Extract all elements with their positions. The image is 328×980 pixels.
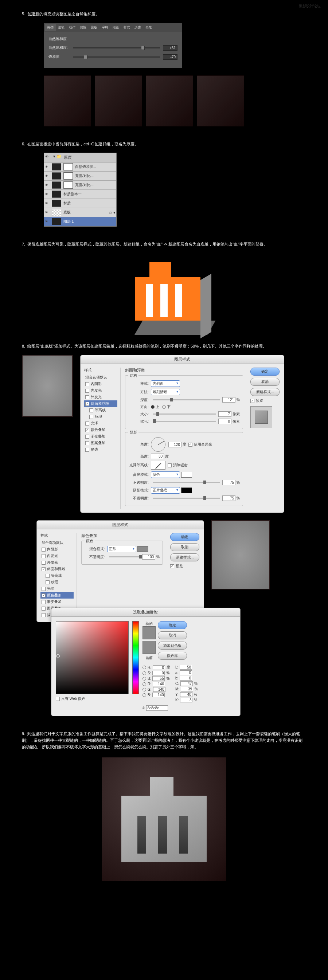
eye-icon[interactable] (45, 192, 51, 197)
l-input[interactable]: 58 (180, 665, 192, 670)
tab-adjust[interactable]: 调整 (45, 24, 56, 31)
tab-6[interactable]: 段落 (110, 24, 121, 31)
checkbox[interactable] (85, 422, 89, 426)
style-select[interactable]: 内斜面▾ (151, 380, 180, 387)
radio-down[interactable] (162, 405, 166, 409)
style-item[interactable]: 等高线 (84, 407, 117, 414)
overlay-color-swatch[interactable] (137, 546, 148, 552)
shadow-opacity-slider[interactable] (153, 498, 220, 499)
checkbox[interactable] (41, 547, 46, 552)
radio-g[interactable] (142, 688, 146, 692)
radio-up[interactable] (151, 405, 154, 409)
radio-h[interactable] (142, 666, 146, 669)
lab-b-input[interactable]: 0 (180, 676, 192, 681)
tab-2[interactable]: 动作 (67, 24, 78, 31)
checkbox[interactable] (85, 441, 89, 445)
style-item[interactable]: 内发光 (84, 387, 117, 394)
eye-icon[interactable] (45, 219, 51, 224)
layer-row[interactable]: 材质副本一 (44, 190, 116, 199)
size-value[interactable]: 7 (218, 411, 231, 417)
vibrance-value[interactable]: +61 (163, 45, 177, 51)
checkbox[interactable] (85, 382, 89, 386)
eye-icon[interactable] (45, 210, 51, 215)
style-item[interactable]: 颜色叠加 (84, 426, 117, 433)
checkbox[interactable] (85, 434, 89, 439)
tab-3[interactable]: 属性 (78, 24, 89, 31)
opacity-slider[interactable] (109, 556, 140, 557)
antialias-checkbox[interactable] (168, 463, 172, 468)
layer-row[interactable]: 底版fx▾ (44, 208, 116, 217)
checkbox[interactable] (89, 408, 93, 412)
style-item[interactable]: 渐变叠加 (84, 433, 117, 440)
a-input[interactable]: 0 (180, 670, 192, 675)
checkbox[interactable] (85, 389, 89, 393)
picker-cancel-button[interactable]: 取消 (158, 632, 187, 640)
tab-4[interactable]: 蒙版 (89, 24, 99, 31)
layer-row[interactable]: 亮度/对比... (44, 172, 116, 181)
hue-slider[interactable] (132, 621, 139, 694)
style-item[interactable]: 光泽 (40, 585, 73, 592)
new-style-button[interactable]: 新建样式... (170, 554, 199, 562)
g-input[interactable]: 140 (153, 687, 166, 692)
preview-checkbox[interactable] (170, 564, 174, 568)
style-item[interactable]: 纹理 (40, 579, 73, 585)
blend-defaults[interactable]: 混合选项默认 (84, 374, 117, 381)
layer-row[interactable]: 图层 1 (44, 217, 116, 226)
contour-picker[interactable] (151, 461, 166, 469)
technique-select[interactable]: 雕刻清晰▾ (151, 389, 180, 395)
b-input[interactable]: 55 (152, 676, 165, 681)
checkbox[interactable] (41, 561, 46, 565)
style-item[interactable]: 等高线 (40, 572, 73, 579)
highlight-color[interactable] (181, 472, 192, 477)
checkbox[interactable] (41, 593, 46, 597)
angle-wheel[interactable] (151, 437, 166, 452)
b2-input[interactable]: 140 (152, 692, 165, 697)
style-item[interactable]: 内阴影 (40, 546, 73, 553)
eye-icon[interactable] (45, 201, 51, 206)
style-item[interactable]: 描边 (84, 446, 117, 453)
checkbox[interactable] (41, 613, 46, 617)
soften-slider[interactable] (153, 421, 216, 422)
checkbox[interactable] (41, 554, 46, 558)
style-item[interactable]: 外发光 (40, 559, 73, 566)
radio-b2[interactable] (142, 693, 146, 697)
style-item-color-overlay[interactable]: 颜色叠加 (40, 592, 73, 598)
tab-5[interactable]: 字符 (99, 24, 110, 31)
tab-9[interactable]: 画笔 (143, 24, 154, 31)
checkbox[interactable] (85, 402, 89, 406)
new-style-button[interactable]: 新建样式... (250, 388, 280, 396)
radio-b[interactable] (142, 677, 146, 681)
eye-icon[interactable] (45, 154, 51, 159)
soften-value[interactable]: 0 (218, 418, 231, 424)
opacity-value[interactable]: 100 (142, 554, 155, 560)
depth-slider[interactable] (153, 399, 220, 400)
style-item[interactable]: 图案叠加 (84, 440, 117, 446)
depth-value[interactable]: 121 (222, 397, 236, 402)
c-input[interactable]: 47 (180, 681, 193, 686)
style-item[interactable]: 渐变叠加 (40, 598, 73, 605)
style-item[interactable]: 内阴影 (84, 381, 117, 387)
radio-s[interactable] (142, 671, 146, 675)
m-input[interactable]: 39 (181, 687, 193, 692)
tab-8[interactable]: 历史 (132, 24, 143, 31)
ok-button[interactable]: 确定 (170, 533, 199, 541)
add-swatch-button[interactable]: 添加到色板 (158, 641, 187, 649)
blend-defaults[interactable]: 混合选项默认 (40, 539, 73, 546)
preview-checkbox[interactable] (250, 399, 255, 403)
saturation-value[interactable]: -79 (163, 54, 177, 60)
shadow-opacity-value[interactable]: 75 (222, 495, 236, 501)
style-item[interactable]: 内发光 (40, 553, 73, 559)
checkbox[interactable] (89, 415, 93, 419)
checkbox[interactable] (46, 580, 49, 584)
altitude-value[interactable]: 30 (151, 453, 164, 459)
style-item[interactable]: 光泽 (84, 420, 117, 426)
checkbox[interactable] (46, 574, 49, 578)
checkbox[interactable] (41, 587, 46, 591)
checkbox[interactable] (85, 395, 89, 399)
style-item[interactable]: 纹理 (84, 414, 117, 420)
shadow-color[interactable] (181, 487, 192, 493)
saturation-slider[interactable] (73, 56, 160, 57)
angle-value[interactable]: 120 (168, 442, 182, 447)
radio-r[interactable] (142, 682, 146, 686)
global-light-checkbox[interactable] (188, 443, 193, 447)
